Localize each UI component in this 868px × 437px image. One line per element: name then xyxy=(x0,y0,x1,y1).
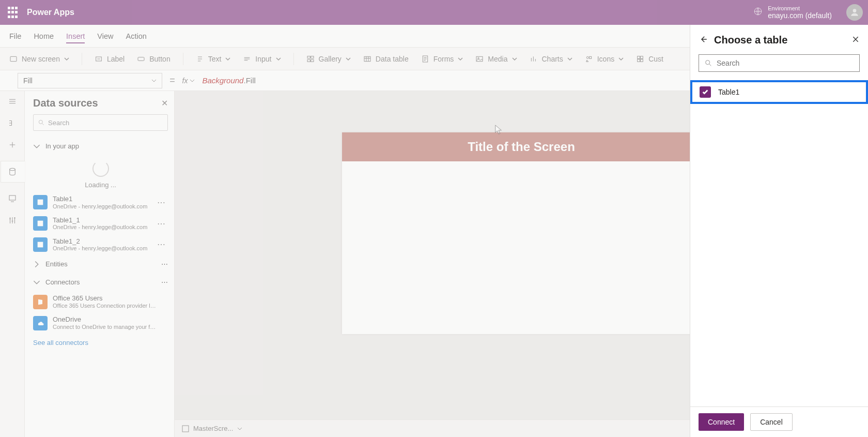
data-source-title: Table1 xyxy=(53,195,147,203)
back-icon[interactable] xyxy=(699,35,708,46)
rail-media-icon[interactable] xyxy=(7,193,18,204)
cancel-button[interactable]: Cancel xyxy=(750,413,793,431)
rail-advanced-icon[interactable] xyxy=(7,215,18,225)
svg-rect-4 xyxy=(138,57,144,61)
data-source-subtitle: OneDrive - henry.legge@outlook.com xyxy=(53,245,147,252)
menu-insert[interactable]: Insert xyxy=(66,29,85,43)
table-list: Table1 xyxy=(690,77,868,406)
section-in-your-app[interactable]: In your app xyxy=(33,137,168,155)
onedrive-icon xyxy=(33,316,48,330)
rail-data-icon[interactable] xyxy=(1,161,25,182)
ribbon-new-screen[interactable]: New screen xyxy=(9,55,69,63)
close-icon[interactable]: ✕ xyxy=(161,98,168,108)
svg-rect-6 xyxy=(311,56,313,58)
fx-icon[interactable]: fx xyxy=(182,77,195,85)
app-title: Power Apps xyxy=(27,8,74,17)
environment-switcher[interactable]: Environment enayu.com (default) xyxy=(753,5,832,20)
ribbon-charts-label: Charts xyxy=(542,55,563,63)
screen-title-label[interactable]: Title of the Screen xyxy=(342,132,701,161)
table-search[interactable] xyxy=(699,54,860,72)
svg-rect-7 xyxy=(307,59,310,62)
more-icon[interactable]: ⋯ xyxy=(155,198,168,207)
svg-rect-2 xyxy=(10,56,17,61)
svg-point-13 xyxy=(586,56,588,58)
user-avatar[interactable] xyxy=(846,4,863,21)
section-in-your-app-label: In your app xyxy=(45,142,79,150)
see-all-connectors-link[interactable]: See all connectors xyxy=(33,334,168,352)
ribbon-button[interactable]: Button xyxy=(137,55,170,63)
rail-tree-icon[interactable] xyxy=(7,118,18,128)
app-launcher-icon[interactable] xyxy=(5,5,20,20)
data-source-subtitle: OneDrive - henry.legge@outlook.com xyxy=(53,224,147,231)
data-sources-title: Data sources xyxy=(33,97,98,109)
ribbon-data-table[interactable]: Data table xyxy=(363,55,409,63)
data-source-item[interactable]: Table1_2OneDrive - henry.legge@outlook.c… xyxy=(33,234,168,255)
data-source-title: Table1_2 xyxy=(53,237,147,246)
choose-table-title: Choose a table xyxy=(714,34,787,46)
svg-point-1 xyxy=(853,9,857,12)
ribbon-new-screen-label: New screen xyxy=(22,55,60,63)
table-item[interactable]: Table1 xyxy=(690,80,868,104)
svg-point-21 xyxy=(39,120,42,124)
connector-item[interactable]: OneDriveConnect to OneDrive to manage yo… xyxy=(33,312,168,334)
more-icon[interactable]: ⋯ xyxy=(161,260,168,268)
section-connectors[interactable]: Connectors ⋯ xyxy=(33,273,168,291)
connector-title: OneDrive xyxy=(53,315,156,324)
spinner-icon xyxy=(92,160,109,177)
ribbon-custom[interactable]: Cust xyxy=(636,55,663,63)
rail-insert-icon[interactable] xyxy=(7,140,18,150)
svg-point-0 xyxy=(755,8,762,15)
ribbon-custom-label: Cust xyxy=(648,55,663,63)
data-source-item[interactable]: Table1OneDrive - henry.legge@outlook.com… xyxy=(33,192,168,213)
ribbon-media[interactable]: Media xyxy=(475,55,517,63)
table-search-input[interactable] xyxy=(717,59,854,67)
connector-title: Office 365 Users xyxy=(53,294,156,303)
section-entities-label: Entities xyxy=(45,260,68,268)
ribbon-text-label: Text xyxy=(208,55,222,63)
ribbon-media-label: Media xyxy=(488,55,507,63)
connector-item[interactable]: Office 365 UsersOffice 365 Users Connect… xyxy=(33,291,168,312)
ribbon-text[interactable]: Text xyxy=(196,55,231,63)
screen-selector[interactable]: MasterScre... xyxy=(182,425,242,432)
menu-file[interactable]: File xyxy=(9,29,21,43)
checkbox-checked-icon[interactable] xyxy=(700,86,711,98)
svg-rect-18 xyxy=(641,59,643,62)
svg-rect-16 xyxy=(641,56,643,58)
data-source-subtitle: OneDrive - henry.legge@outlook.com xyxy=(53,203,147,210)
rail-hamburger-icon[interactable] xyxy=(7,96,18,107)
ribbon-forms-label: Forms xyxy=(433,55,454,63)
menu-home[interactable]: Home xyxy=(34,29,54,43)
close-icon[interactable] xyxy=(851,35,860,46)
data-sources-search[interactable] xyxy=(33,114,168,131)
ribbon-input[interactable]: Input xyxy=(243,55,281,63)
data-sources-search-input[interactable] xyxy=(48,119,163,127)
property-selector[interactable]: Fill xyxy=(18,73,162,88)
more-icon[interactable]: ⋯ xyxy=(161,278,168,286)
menu-action[interactable]: Action xyxy=(126,29,147,43)
svg-rect-25 xyxy=(182,426,189,432)
ribbon-forms[interactable]: Forms xyxy=(421,55,463,63)
ribbon-gallery-label: Gallery xyxy=(319,55,342,63)
globe-icon xyxy=(753,7,763,18)
section-connectors-label: Connectors xyxy=(45,278,80,286)
ribbon-label[interactable]: Label xyxy=(95,55,125,63)
formula-input[interactable]: Background.Fill xyxy=(202,76,255,85)
svg-rect-9 xyxy=(364,56,370,61)
ribbon-icons[interactable]: Icons xyxy=(585,55,624,63)
data-source-title: Table1_1 xyxy=(53,216,147,224)
canvas-screen[interactable]: Title of the Screen xyxy=(342,132,701,334)
menu-view[interactable]: View xyxy=(97,29,113,43)
svg-rect-20 xyxy=(9,195,16,200)
screen-selector-value: MasterScre... xyxy=(193,425,233,432)
ribbon-label-label: Label xyxy=(107,55,125,63)
more-icon[interactable]: ⋯ xyxy=(155,219,168,229)
svg-rect-22 xyxy=(38,200,43,205)
ribbon-charts[interactable]: Charts xyxy=(530,55,572,63)
more-icon[interactable]: ⋯ xyxy=(155,239,168,249)
section-entities[interactable]: Entities ⋯ xyxy=(33,255,168,273)
ribbon-gallery[interactable]: Gallery xyxy=(306,55,351,63)
excel-icon xyxy=(33,237,48,252)
svg-rect-23 xyxy=(38,221,43,227)
data-source-item[interactable]: Table1_1OneDrive - henry.legge@outlook.c… xyxy=(33,213,168,234)
connect-button[interactable]: Connect xyxy=(699,413,744,431)
